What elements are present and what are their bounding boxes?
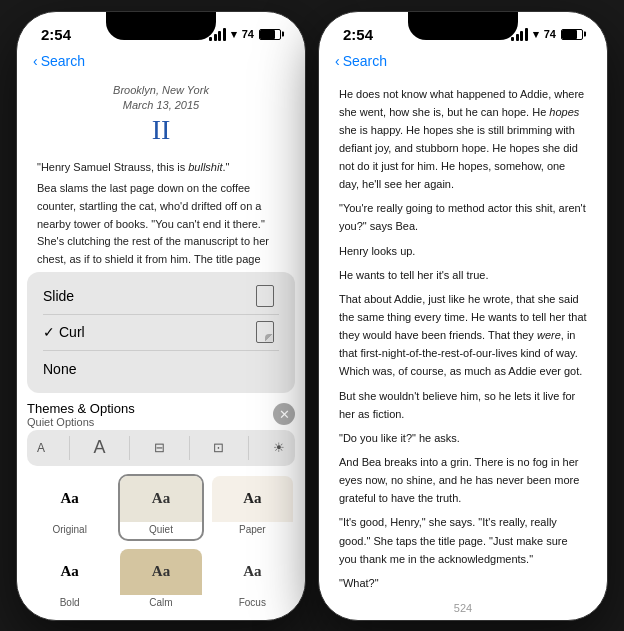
theme-original[interactable]: Aa Original xyxy=(27,474,112,541)
theme-quiet[interactable]: Aa Quiet xyxy=(118,474,203,541)
theme-paper-label: Paper xyxy=(239,522,266,539)
time-left: 2:54 xyxy=(41,26,71,43)
left-phone: 2:54 ▾ 74 ‹ xyxy=(16,11,306,621)
theme-focus-preview: Aa xyxy=(212,549,293,595)
slide-row-slide[interactable]: Slide xyxy=(27,278,295,314)
wifi-icon: ▾ xyxy=(231,28,237,41)
slide-panel: Slide Curl None xyxy=(27,272,295,393)
separator-1 xyxy=(69,436,70,460)
theme-bold-preview: Aa xyxy=(29,549,110,595)
theme-calm[interactable]: Aa Calm xyxy=(118,547,203,614)
separator-3 xyxy=(189,436,190,460)
book-content-left: Brooklyn, New YorkMarch 13, 2015 II "Hen… xyxy=(17,75,305,268)
curl-label: Curl xyxy=(43,324,251,340)
nav-bar-right: ‹ Search xyxy=(319,49,607,75)
slide-label: Slide xyxy=(43,288,251,304)
font-decrease-button[interactable]: A xyxy=(37,441,45,455)
none-label: None xyxy=(43,361,251,377)
font-increase-button[interactable]: A xyxy=(93,437,105,458)
slide-row-none[interactable]: None xyxy=(27,351,295,387)
nav-bar-left: ‹ Search xyxy=(17,49,305,75)
status-icons-right: ▾ 74 xyxy=(511,28,583,41)
brightness-icon[interactable]: ☀ xyxy=(273,440,285,455)
phones-container: 2:54 ▾ 74 ‹ xyxy=(16,11,608,621)
theme-paper[interactable]: Aa Paper xyxy=(210,474,295,541)
reading-content-right: He does not know what happened to Addie,… xyxy=(319,75,607,598)
page-number: 524 xyxy=(319,598,607,620)
themes-subtitle: Quiet Options xyxy=(27,416,135,428)
theme-quiet-preview: Aa xyxy=(120,476,201,522)
theme-focus-label: Focus xyxy=(239,595,266,612)
themes-header: Themes & Options Quiet Options ✕ xyxy=(27,397,295,430)
time-right: 2:54 xyxy=(343,26,373,43)
theme-bold[interactable]: Aa Bold xyxy=(27,547,112,614)
theme-paper-preview: Aa xyxy=(212,476,293,522)
theme-original-preview: Aa xyxy=(29,476,110,522)
curl-page-icon xyxy=(251,322,279,342)
theme-focus[interactable]: Aa Focus xyxy=(210,547,295,614)
status-icons-left: ▾ 74 xyxy=(209,28,281,41)
wifi-icon-right: ▾ xyxy=(533,28,539,41)
notch-right xyxy=(408,12,518,40)
theme-quiet-label: Quiet xyxy=(149,522,173,539)
theme-bold-label: Bold xyxy=(60,595,80,612)
themes-title: Themes & Options xyxy=(27,401,135,416)
back-button-right[interactable]: ‹ Search xyxy=(335,53,387,69)
none-page-icon xyxy=(251,359,279,379)
theme-calm-label: Calm xyxy=(149,595,172,612)
battery-level-right: 74 xyxy=(544,28,556,40)
font-controls: A A ⊟ ⊡ ☀ xyxy=(27,430,295,466)
notch xyxy=(106,12,216,40)
theme-grid: Aa Original Aa Quiet Aa Paper Aa Bold xyxy=(27,474,295,614)
slide-page-icon xyxy=(251,286,279,306)
back-label-left: Search xyxy=(41,53,85,69)
close-button[interactable]: ✕ xyxy=(273,403,295,425)
book-text-left: "Henry Samuel Strauss, this is bullshit.… xyxy=(37,159,285,268)
separator-2 xyxy=(129,436,130,460)
theme-original-label: Original xyxy=(52,522,86,539)
right-phone: 2:54 ▾ 74 ‹ xyxy=(318,11,608,621)
battery-icon-left xyxy=(259,29,281,40)
themes-section: Themes & Options Quiet Options ✕ A A ⊟ ⊡… xyxy=(27,397,295,620)
font-icon[interactable]: ⊟ xyxy=(154,440,165,455)
back-button-left[interactable]: ‹ Search xyxy=(33,53,85,69)
chapter-number: II xyxy=(37,113,285,147)
separator-4 xyxy=(248,436,249,460)
theme-calm-preview: Aa xyxy=(120,549,201,595)
back-label-right: Search xyxy=(343,53,387,69)
battery-icon-right xyxy=(561,29,583,40)
chevron-left-icon-right: ‹ xyxy=(335,53,340,69)
chapter-location: Brooklyn, New YorkMarch 13, 2015 xyxy=(37,83,285,114)
battery-level-left: 74 xyxy=(242,28,254,40)
share-icon[interactable]: ⊡ xyxy=(213,440,224,455)
chapter-header: Brooklyn, New YorkMarch 13, 2015 II xyxy=(37,83,285,147)
slide-row-curl[interactable]: Curl xyxy=(27,314,295,350)
chevron-left-icon: ‹ xyxy=(33,53,38,69)
